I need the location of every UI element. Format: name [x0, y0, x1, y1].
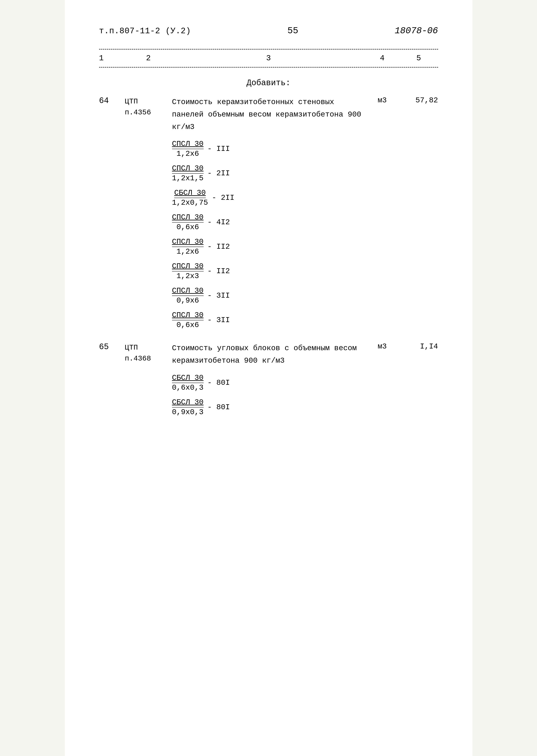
fraction-denominator: 1,2х1,5 [172, 174, 204, 183]
ref-line2-64: п.4356 [125, 107, 172, 118]
row-unit-65: м3 [365, 342, 399, 351]
ref-line1-65: ЦТП [125, 342, 172, 353]
main-table: 1 2 3 4 5 Добавить: 64 ЦТП п.4356 Стоимо… [99, 49, 438, 416]
row-desc-65: Стоимость угловых блоков с объемным весо… [172, 342, 365, 367]
row-desc-64: Стоимость керамзитобетонных стеновых пан… [172, 96, 365, 133]
row-ref-65: ЦТП п.4368 [125, 342, 172, 364]
fraction-suffix: - 2II [212, 193, 234, 202]
fraction-content: СПСЛ 30 1,2х1,5 - 2II [172, 164, 438, 183]
fraction-suffix: - 3II [207, 291, 230, 300]
fraction-numerator: СБСЛ 30 [172, 398, 204, 407]
row-unit-64: м3 [365, 96, 399, 105]
section-title: Добавить: [99, 78, 438, 88]
fraction-row-64-0: СПСЛ 30 1,2х6 - III [99, 140, 438, 158]
desc-text-64: Стоимость керамзитобетонных стеновых пан… [172, 98, 361, 131]
fraction-content: СПСЛ 30 1,2х6 - II2 [172, 237, 438, 256]
fraction-denominator: 0,6х6 [177, 223, 199, 231]
fraction-suffix: - II2 [207, 242, 230, 251]
fraction-numerator: СПСЛ 30 [172, 286, 204, 296]
col-header-5: 5 [399, 54, 438, 63]
fraction-5: СПСЛ 30 1,2х3 [172, 262, 204, 280]
fraction-row-64-2: СБСЛ 30 1,2х0,75 - 2II [99, 189, 438, 207]
fraction-content: СБСЛ 30 0,6х0,3 - 80I [172, 374, 438, 392]
fraction-suffix: - 80I [207, 403, 230, 412]
table-row: 65 ЦТП п.4368 Стоимость угловых блоков с… [99, 342, 438, 367]
fraction-row-64-7: СПСЛ 30 0,6х6 - 3II [99, 311, 438, 329]
ref-line2-65: п.4368 [125, 353, 172, 364]
page-header: т.п.807-11-2 (У.2) 55 18078-06 [99, 26, 438, 36]
fraction-numerator: СПСЛ 30 [172, 213, 204, 223]
fraction-content: СПСЛ 30 1,2х6 - III [172, 140, 438, 158]
page-number: 55 [287, 26, 298, 36]
row-ref-64: ЦТП п.4356 [125, 96, 172, 118]
fraction-denominator: 1,2х3 [177, 272, 199, 280]
fraction-numerator: СПСЛ 30 [172, 164, 204, 174]
fraction-numerator: СПСЛ 30 [172, 140, 204, 149]
fraction-0: СПСЛ 30 1,2х6 [172, 140, 204, 158]
fraction-denominator: 1,2х6 [177, 247, 199, 256]
fraction-content: СБСЛ 30 0,9х0,3 - 80I [172, 398, 438, 416]
fraction-numerator: СПСЛ 30 [172, 311, 204, 320]
fraction-numerator: СПСЛ 30 [172, 237, 204, 247]
fraction-content: СПСЛ 30 0,6х6 - 4I2 [172, 213, 438, 231]
fraction-denominator: 0,6х0,3 [172, 383, 204, 392]
col-header-2: 2 [125, 54, 172, 63]
table-row: 64 ЦТП п.4356 Стоимость керамзитобетонны… [99, 96, 438, 133]
fraction-row-64-5: СПСЛ 30 1,2х3 - II2 [99, 262, 438, 280]
ref-line1-64: ЦТП [125, 96, 172, 107]
fraction-65-1: СБСЛ 30 0,9х0,3 [172, 398, 204, 416]
fraction-denominator: 1,2х0,75 [172, 198, 208, 207]
desc-text-65: Стоимость угловых блоков с объемным весо… [172, 344, 357, 365]
fraction-2: СБСЛ 30 1,2х0,75 [172, 189, 208, 207]
fraction-row-65-0: СБСЛ 30 0,6х0,3 - 80I [99, 374, 438, 392]
fraction-denominator: 0,9х6 [177, 296, 199, 305]
fraction-6: СПСЛ 30 0,9х6 [172, 286, 204, 305]
fraction-65-0: СБСЛ 30 0,6х0,3 [172, 374, 204, 392]
fraction-denominator: 0,9х0,3 [172, 407, 204, 416]
fraction-content: СПСЛ 30 0,6х6 - 3II [172, 311, 438, 329]
fraction-content: СПСЛ 30 1,2х3 - II2 [172, 262, 438, 280]
doc-number-right: 18078-06 [395, 26, 438, 36]
fraction-suffix: - III [207, 145, 230, 153]
fraction-denominator: 1,2х6 [177, 149, 199, 158]
col-header-3: 3 [172, 54, 365, 63]
fraction-content: СПСЛ 30 0,9х6 - 3II [172, 286, 438, 305]
fraction-suffix: - 80I [207, 379, 230, 387]
fraction-denominator: 0,6х6 [177, 320, 199, 329]
fraction-row-64-6: СПСЛ 30 0,9х6 - 3II [99, 286, 438, 305]
row-price-65: I,I4 [399, 342, 438, 351]
doc-number-left: т.п.807-11-2 (У.2) [99, 26, 191, 36]
fraction-numerator: СБСЛ 30 [172, 374, 204, 383]
fraction-3: СПСЛ 30 0,6х6 [172, 213, 204, 231]
row-number-64: 64 [99, 96, 125, 105]
fraction-suffix: - 2II [207, 169, 230, 178]
fraction-row-64-1: СПСЛ 30 1,2х1,5 - 2II [99, 164, 438, 183]
table-body: 64 ЦТП п.4356 Стоимость керамзитобетонны… [99, 96, 438, 416]
table-header-row: 1 2 3 4 5 [99, 49, 438, 67]
fraction-row-64-3: СПСЛ 30 0,6х6 - 4I2 [99, 213, 438, 231]
page: т.п.807-11-2 (У.2) 55 18078-06 1 2 3 4 5… [65, 0, 473, 756]
fraction-numerator: СБСЛ 30 [174, 189, 206, 198]
fraction-row-64-4: СПСЛ 30 1,2х6 - II2 [99, 237, 438, 256]
fraction-suffix: - 3II [207, 316, 230, 324]
fraction-7: СПСЛ 30 0,6х6 [172, 311, 204, 329]
row-number-65: 65 [99, 342, 125, 352]
fraction-content: СБСЛ 30 1,2х0,75 - 2II [172, 189, 438, 207]
fraction-1: СПСЛ 30 1,2х1,5 [172, 164, 204, 183]
col-header-4: 4 [365, 54, 399, 63]
row-price-64: 57,82 [399, 96, 438, 105]
fraction-numerator: СПСЛ 30 [172, 262, 204, 272]
col-header-1: 1 [99, 54, 125, 63]
fraction-suffix: - II2 [207, 267, 230, 275]
fraction-row-65-1: СБСЛ 30 0,9х0,3 - 80I [99, 398, 438, 416]
fraction-4: СПСЛ 30 1,2х6 [172, 237, 204, 256]
fraction-suffix: - 4I2 [207, 218, 230, 227]
